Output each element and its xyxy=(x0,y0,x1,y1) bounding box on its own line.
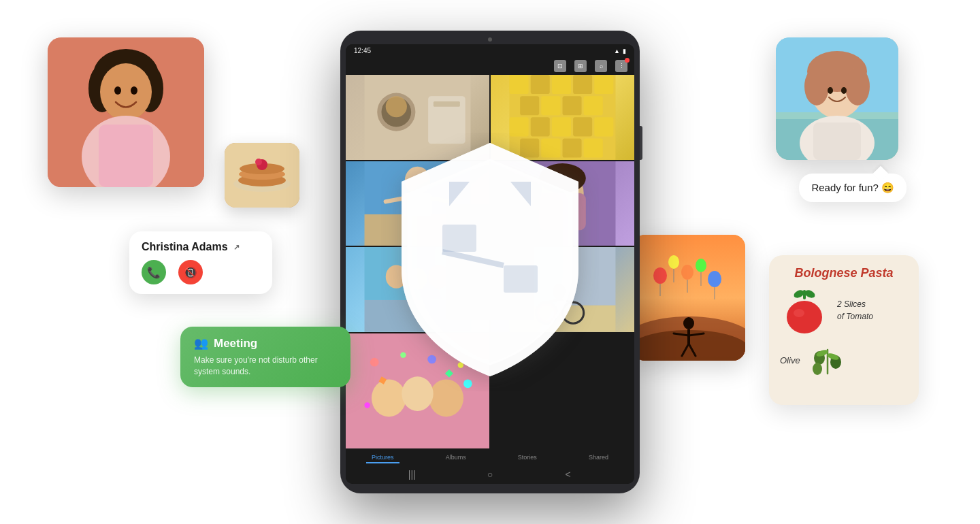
more-options-icon[interactable]: ⋮ xyxy=(615,60,627,72)
screen-mirror-icon[interactable]: ⊡ xyxy=(554,60,566,72)
svg-point-55 xyxy=(427,355,436,364)
svg-rect-12 xyxy=(520,96,539,115)
home-button[interactable]: ○ xyxy=(485,469,495,480)
olive-label: Olive xyxy=(780,355,800,365)
meeting-title: 👥 Meeting xyxy=(194,336,337,350)
svg-point-114 xyxy=(794,309,804,317)
status-bar: 12:45 ▲ ▮ xyxy=(346,44,634,57)
svg-rect-17 xyxy=(531,117,550,136)
svg-point-94 xyxy=(653,267,667,284)
svg-rect-11 xyxy=(594,75,613,94)
svg-rect-19 xyxy=(573,117,592,136)
balloon-landscape-photo xyxy=(633,235,745,361)
back-button[interactable]: < xyxy=(563,469,574,480)
svg-point-102 xyxy=(708,271,721,287)
svg-point-87 xyxy=(828,87,833,94)
left-profile-photo xyxy=(48,37,204,187)
svg-point-96 xyxy=(668,255,679,269)
photo-boat-friends xyxy=(346,247,489,332)
svg-rect-8 xyxy=(531,75,550,94)
decline-call-button[interactable]: 📵 xyxy=(178,260,203,284)
photo-yellow-pattern xyxy=(491,75,634,160)
meeting-notification: 👥 Meeting Make sure you're not disturb o… xyxy=(180,327,350,387)
photo-confetti-content xyxy=(346,333,489,448)
svg-rect-5 xyxy=(434,101,460,107)
photo-food-tea xyxy=(346,75,489,160)
svg-point-70 xyxy=(131,86,137,95)
svg-point-57 xyxy=(364,402,370,408)
svg-point-50 xyxy=(372,380,406,417)
photo-confetti-friends xyxy=(346,333,489,448)
svg-point-104 xyxy=(683,317,694,329)
svg-point-86 xyxy=(845,67,870,105)
svg-point-113 xyxy=(787,301,822,333)
svg-rect-23 xyxy=(563,139,582,158)
search-icon[interactable]: ⌕ xyxy=(595,60,607,72)
svg-point-38 xyxy=(428,265,449,289)
photo-boat-content xyxy=(346,247,489,332)
right-profile-photo xyxy=(776,37,898,160)
phone-decline-icon: 📵 xyxy=(184,266,197,279)
accept-call-button[interactable]: 📞 xyxy=(142,260,166,284)
power-button[interactable] xyxy=(640,126,642,160)
camera-mirror-icon[interactable]: ⊞ xyxy=(574,60,587,72)
tablet-camera xyxy=(488,37,492,42)
svg-point-58 xyxy=(463,380,472,389)
battery-icon: ▮ xyxy=(623,48,626,54)
svg-point-54 xyxy=(400,353,406,358)
photo-cyclist xyxy=(491,247,634,332)
olive-illustration xyxy=(807,343,848,377)
gallery-navigation: Pictures Albums Stories Shared ||| ○ < xyxy=(346,448,634,484)
svg-point-52 xyxy=(402,377,433,412)
time-display: 12:45 xyxy=(354,47,371,54)
svg-rect-72 xyxy=(99,125,153,187)
svg-rect-34 xyxy=(539,193,586,231)
tab-shared[interactable]: Shared xyxy=(583,453,614,463)
photo-grid xyxy=(346,75,634,448)
svg-rect-15 xyxy=(584,96,603,115)
svg-rect-18 xyxy=(552,117,571,136)
photo-beach-content xyxy=(346,161,489,246)
svg-rect-9 xyxy=(552,75,571,94)
svg-point-68 xyxy=(100,63,152,120)
photo-selfie-girl xyxy=(491,161,634,246)
pancake-image xyxy=(225,143,299,208)
tablet-screen: 12:45 ▲ ▮ ⊡ ⊞ ⌕ ⋮ xyxy=(346,44,634,484)
wifi-icon: ▲ xyxy=(614,48,620,54)
status-icons: ▲ ▮ xyxy=(614,48,626,54)
svg-rect-20 xyxy=(594,117,613,136)
system-navigation: ||| ○ < xyxy=(346,465,634,484)
svg-rect-10 xyxy=(573,75,592,94)
svg-point-79 xyxy=(255,159,262,165)
tab-pictures[interactable]: Pictures xyxy=(366,453,399,463)
svg-point-100 xyxy=(696,259,706,272)
svg-rect-14 xyxy=(563,96,582,115)
chat-message-bubble: Ready for fun? 😄 xyxy=(799,174,906,202)
svg-rect-28 xyxy=(403,193,433,216)
svg-rect-36 xyxy=(365,300,471,332)
svg-point-3 xyxy=(386,96,407,117)
svg-point-39 xyxy=(408,269,427,290)
svg-point-56 xyxy=(458,362,463,367)
olive-section: Olive xyxy=(780,343,908,377)
svg-rect-22 xyxy=(541,139,560,158)
photo-beach-girl xyxy=(346,161,489,246)
photo-food-tea-content xyxy=(346,75,489,160)
recents-button[interactable]: ||| xyxy=(406,469,417,480)
tablet: 12:45 ▲ ▮ ⊡ ⊞ ⌕ ⋮ xyxy=(340,31,640,493)
tab-stories[interactable]: Stories xyxy=(512,453,542,463)
call-notification: Christina Adams ↗ 📞 📵 xyxy=(129,231,272,294)
gallery-tabs[interactable]: Pictures Albums Stories Shared xyxy=(346,448,634,465)
svg-rect-24 xyxy=(584,139,603,158)
photo-cyclist-content xyxy=(491,247,634,332)
recipe-card: Bolognese Pasta 2 Slices of Tomato Oliv xyxy=(769,255,919,405)
chat-message-text: Ready for fun? 😄 xyxy=(811,182,894,193)
external-link-icon[interactable]: ↗ xyxy=(233,243,240,252)
svg-rect-26 xyxy=(365,214,471,246)
tab-albums[interactable]: Albums xyxy=(440,453,472,463)
svg-point-53 xyxy=(370,358,379,367)
meeting-icon: 👥 xyxy=(194,336,208,350)
photo-selfie-content xyxy=(491,161,634,246)
phone-accept-icon: 📞 xyxy=(147,266,161,279)
ingredient-1-label: 2 Slices of Tomato xyxy=(837,298,873,323)
